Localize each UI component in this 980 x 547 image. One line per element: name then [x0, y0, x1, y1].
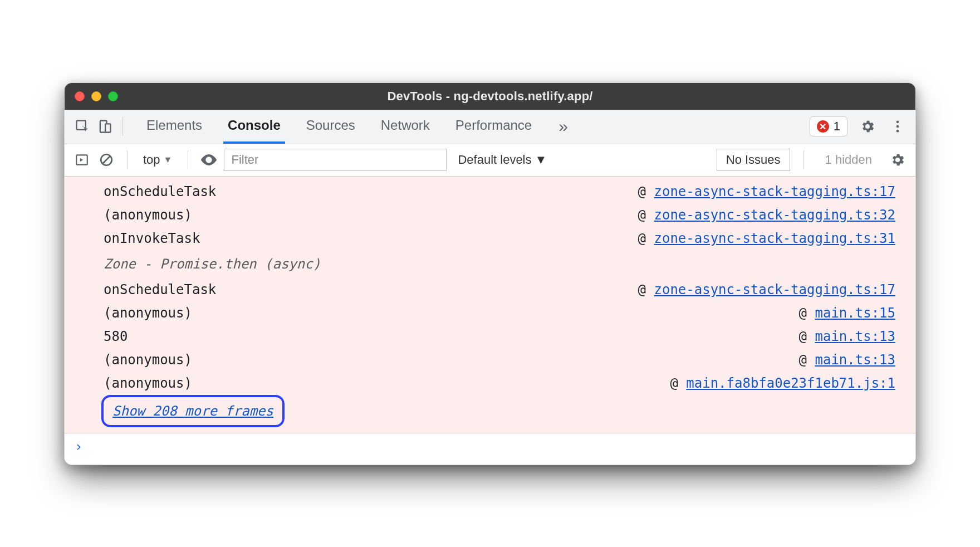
- source-link[interactable]: zone-async-stack-tagging.ts:17: [654, 282, 895, 297]
- issues-button[interactable]: No Issues: [717, 149, 790, 171]
- window-title: DevTools - ng-devtools.netlify.app/: [65, 89, 915, 104]
- source-link[interactable]: zone-async-stack-tagging.ts:17: [654, 184, 895, 199]
- close-window-button[interactable]: [75, 91, 85, 101]
- hidden-messages-count: 1 hidden: [817, 153, 880, 167]
- device-toolbar-icon[interactable]: [95, 116, 115, 136]
- chevron-down-icon: ▼: [535, 153, 547, 167]
- frame-function: (anonymous): [104, 372, 192, 395]
- tab-network[interactable]: Network: [376, 110, 434, 144]
- clear-console-icon[interactable]: [97, 150, 116, 169]
- source-link[interactable]: main.fa8bfa0e23f1eb71.js:1: [686, 375, 895, 391]
- main-tabbar: Elements Console Sources Network Perform…: [65, 110, 915, 144]
- frame-function: 580: [104, 325, 128, 348]
- titlebar: DevTools - ng-devtools.netlify.app/: [65, 83, 915, 110]
- divider: [803, 150, 804, 169]
- kebab-menu-icon[interactable]: [888, 116, 908, 136]
- frame-function: onInvokeTask: [104, 227, 200, 250]
- divider: [127, 150, 128, 169]
- stack-frame: (anonymous) @ main.ts:15: [104, 301, 895, 325]
- settings-gear-icon[interactable]: [857, 116, 878, 136]
- source-link[interactable]: main.ts:13: [815, 352, 896, 368]
- console-prompt[interactable]: ›: [65, 433, 915, 465]
- frame-source: @ main.ts:13: [799, 325, 895, 348]
- minimize-window-button[interactable]: [91, 91, 101, 101]
- error-icon: ✕: [817, 120, 829, 133]
- console-toolbar: top ▼ Default levels ▼ No Issues 1 hidde…: [65, 144, 915, 177]
- error-count: 1: [834, 119, 840, 134]
- stack-frame: (anonymous) @ zone-async-stack-tagging.t…: [104, 203, 895, 227]
- tab-elements[interactable]: Elements: [142, 110, 207, 144]
- frame-function: (anonymous): [104, 203, 192, 227]
- svg-point-4: [896, 125, 899, 128]
- frame-source: @ main.fa8bfa0e23f1eb71.js:1: [670, 372, 895, 395]
- console-output: onScheduleTask @ zone-async-stack-taggin…: [65, 177, 915, 433]
- panel-tabs: Elements Console Sources Network Perform…: [142, 110, 574, 144]
- error-count-badge[interactable]: ✕ 1: [810, 116, 847, 136]
- source-link[interactable]: zone-async-stack-tagging.ts:32: [654, 207, 895, 223]
- tabs-overflow-icon[interactable]: »: [553, 110, 574, 144]
- source-link[interactable]: main.ts:13: [815, 329, 896, 344]
- stack-frame: onScheduleTask @ zone-async-stack-taggin…: [104, 180, 895, 203]
- divider: [188, 150, 188, 169]
- tab-sources[interactable]: Sources: [302, 110, 360, 144]
- frame-source: @ zone-async-stack-tagging.ts:32: [638, 203, 895, 227]
- context-label: top: [143, 153, 160, 167]
- frame-function: onScheduleTask: [104, 180, 216, 203]
- devtools-window: DevTools - ng-devtools.netlify.app/ Elem…: [64, 82, 916, 465]
- svg-point-3: [896, 121, 899, 124]
- tab-console[interactable]: Console: [223, 110, 285, 144]
- prompt-glyph: ›: [75, 439, 82, 455]
- frame-function: onScheduleTask: [104, 278, 216, 301]
- frame-source: @ main.ts:13: [799, 348, 895, 372]
- stack-frame: onInvokeTask @ zone-async-stack-tagging.…: [104, 227, 895, 250]
- svg-point-5: [896, 130, 899, 133]
- async-group-label: Zone - Promise.then (async): [104, 250, 895, 278]
- chevron-down-icon: ▼: [164, 155, 173, 165]
- window-controls: [75, 91, 118, 101]
- svg-line-8: [103, 157, 110, 164]
- frame-function: (anonymous): [104, 301, 192, 325]
- frame-source: @ zone-async-stack-tagging.ts:17: [638, 278, 895, 301]
- toggle-sidebar-icon[interactable]: [72, 150, 91, 169]
- source-link[interactable]: main.ts:15: [815, 305, 896, 321]
- stack-frame: (anonymous) @ main.fa8bfa0e23f1eb71.js:1: [104, 372, 895, 395]
- levels-label: Default levels: [458, 153, 531, 167]
- frame-source: @ zone-async-stack-tagging.ts:17: [638, 180, 895, 203]
- frame-source: @ main.ts:15: [799, 301, 895, 325]
- log-levels-selector[interactable]: Default levels ▼: [452, 153, 552, 167]
- divider: [122, 117, 123, 136]
- live-expression-icon[interactable]: [199, 150, 218, 169]
- zoom-window-button[interactable]: [108, 91, 118, 101]
- source-link[interactable]: zone-async-stack-tagging.ts:31: [654, 231, 895, 246]
- context-selector[interactable]: top ▼: [139, 150, 177, 169]
- stack-frame: (anonymous) @ main.ts:13: [104, 348, 895, 372]
- filter-input[interactable]: [224, 149, 447, 171]
- tab-performance[interactable]: Performance: [451, 110, 536, 144]
- stack-frame: onScheduleTask @ zone-async-stack-taggin…: [104, 278, 895, 301]
- frame-source: @ zone-async-stack-tagging.ts:31: [638, 227, 895, 250]
- svg-rect-2: [105, 124, 110, 132]
- frame-function: (anonymous): [104, 348, 192, 372]
- console-settings-gear-icon[interactable]: [888, 150, 908, 170]
- inspect-element-icon[interactable]: [72, 116, 92, 136]
- stack-frame: 580 @ main.ts:13: [104, 325, 895, 348]
- show-more-frames-link[interactable]: Show 208 more frames: [104, 397, 282, 425]
